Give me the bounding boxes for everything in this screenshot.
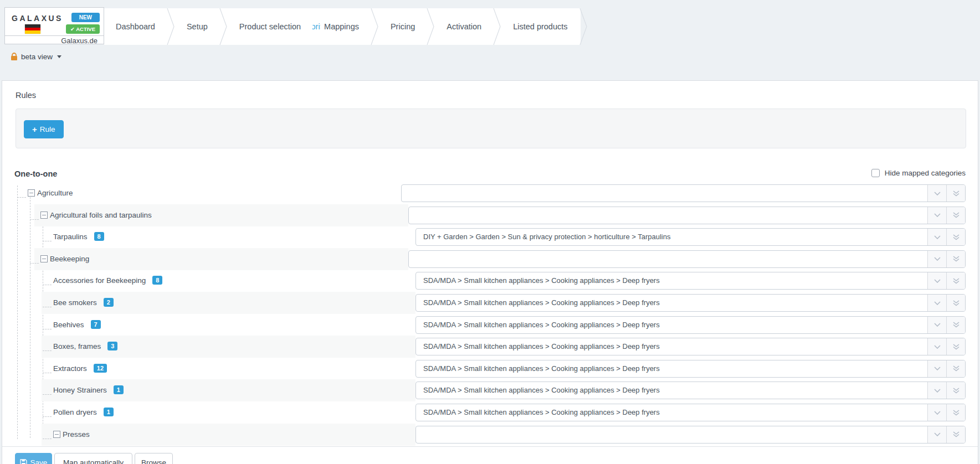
mapping-value-input[interactable] (402, 185, 927, 202)
dropdown-button[interactable] (927, 295, 946, 311)
expand-tree-button[interactable] (946, 207, 965, 224)
dropdown-button[interactable] (927, 317, 946, 333)
mapping-value-input[interactable] (416, 426, 927, 443)
collapse-icon[interactable] (40, 255, 48, 262)
tree-connector (43, 350, 52, 351)
product-count-badge: 12 (94, 364, 107, 373)
dropdown-button[interactable] (927, 229, 946, 245)
collapse-icon[interactable] (53, 431, 60, 438)
tab-separator-chevron (219, 8, 228, 45)
row-stripe (42, 424, 415, 446)
tab-dashboard[interactable]: Dashboard (104, 8, 167, 45)
mapping-value-input[interactable]: SDA/MDA > Small kitchen appliances > Coo… (416, 404, 927, 421)
channel-domain: Galaxus.de (5, 36, 104, 44)
product-count-badge: 1 (114, 385, 124, 394)
expand-tree-button[interactable] (946, 338, 965, 355)
add-rule-button[interactable]: + Rule (24, 120, 64, 138)
expand-tree-button[interactable] (946, 317, 965, 333)
mapping-value-input[interactable] (409, 207, 927, 224)
dropdown-button[interactable] (927, 426, 946, 443)
mapping-value-input[interactable]: SDA/MDA > Small kitchen appliances > Coo… (416, 272, 927, 289)
collapse-icon[interactable] (28, 189, 35, 197)
tab-listed-products[interactable]: Listed products (501, 8, 579, 45)
category-label: Pollen dryers1 (53, 401, 114, 424)
collapse-icon[interactable] (40, 212, 48, 219)
expand-tree-button[interactable] (946, 404, 965, 421)
hide-mapped-checkbox[interactable] (871, 169, 880, 177)
beta-view-toggle[interactable]: beta view (11, 53, 61, 61)
category-mapping-row: Beehives7 SDA/MDA > Small kitchen applia… (2, 314, 978, 336)
mapping-combobox: SDA/MDA > Small kitchen appliances > Coo… (415, 381, 966, 399)
dropdown-button[interactable] (927, 338, 946, 355)
tab-separator-chevron (167, 8, 175, 45)
mapping-value-input[interactable]: SDA/MDA > Small kitchen appliances > Coo… (416, 382, 927, 399)
tab-separator-chevron (371, 8, 379, 45)
save-icon (20, 459, 27, 464)
double-chevron-down-icon (953, 190, 960, 197)
mapping-value-input[interactable]: SDA/MDA > Small kitchen appliances > Coo… (416, 295, 927, 311)
dropdown-button[interactable] (927, 185, 946, 202)
dropdown-button[interactable] (927, 382, 946, 399)
chevron-down-icon (934, 389, 941, 393)
expand-tree-button[interactable] (946, 229, 965, 245)
mapping-value-input[interactable]: SDA/MDA > Small kitchen appliances > Coo… (416, 360, 927, 377)
category-mapping-row: Tarpaulins8 DIY + Garden > Garden > Sun … (2, 226, 978, 248)
expand-tree-button[interactable] (946, 272, 965, 289)
map-automatically-button[interactable]: Map automatically (54, 453, 132, 464)
expand-tree-button[interactable] (946, 382, 965, 399)
expand-tree-button[interactable] (946, 251, 965, 267)
category-mapping-row: Agricultural foils and tarpaulins (2, 204, 978, 226)
category-label: Presses (63, 424, 90, 446)
tab-pricing[interactable]: Pricing (379, 8, 427, 45)
beta-view-label: beta view (21, 53, 53, 61)
category-label: Boxes, frames3 (53, 336, 117, 358)
mapping-value-input[interactable]: SDA/MDA > Small kitchen appliances > Coo… (416, 317, 927, 333)
new-badge: NEW (71, 13, 100, 22)
double-chevron-down-icon (953, 410, 960, 416)
tab-product-selection[interactable]: Product selection (228, 8, 312, 45)
mapping-combobox (401, 184, 966, 202)
double-chevron-down-icon (953, 300, 960, 306)
rules-panel: + Rule (16, 109, 966, 148)
category-tree: Agriculture Agricultural foils and tarpa… (2, 182, 978, 447)
dropdown-button[interactable] (927, 207, 946, 224)
expand-tree-button[interactable] (946, 360, 965, 377)
chevron-down-icon (934, 301, 941, 305)
expand-tree-button[interactable] (946, 426, 965, 443)
categorization-panel: Rules + Rule One-to-one Hide mapped cate… (2, 80, 978, 464)
caret-down-icon (57, 55, 61, 58)
save-button[interactable]: Save (15, 453, 52, 464)
category-label: Beehives7 (53, 314, 101, 336)
tab-activation[interactable]: Activation (435, 8, 493, 45)
mapping-combobox: DIY + Garden > Garden > Sun & privacy pr… (415, 228, 966, 246)
product-count-badge: 3 (107, 342, 117, 350)
dropdown-button[interactable] (927, 272, 946, 289)
dropdown-button[interactable] (927, 404, 946, 421)
tab-setup[interactable]: Setup (175, 8, 219, 45)
double-chevron-down-icon (953, 234, 960, 240)
chevron-down-icon (934, 367, 941, 370)
category-label: Accessories for Beekeeping8 (53, 270, 162, 292)
category-mapping-row: Pollen dryers1 SDA/MDA > Small kitchen a… (2, 401, 978, 424)
product-count-badge: 1 (104, 408, 114, 416)
expand-tree-button[interactable] (946, 185, 965, 202)
mapping-value-input[interactable]: DIY + Garden > Garden > Sun & privacy pr… (416, 229, 927, 245)
dropdown-button[interactable] (927, 360, 946, 377)
expand-tree-button[interactable] (946, 295, 965, 311)
double-chevron-down-icon (953, 256, 960, 262)
mapping-value-input[interactable]: SDA/MDA > Small kitchen appliances > Coo… (416, 338, 927, 355)
category-mapping-row: Accessories for Beekeeping8 SDA/MDA > Sm… (2, 270, 978, 292)
tree-connector (43, 241, 52, 241)
category-mapping-row: Extractors12 SDA/MDA > Small kitchen app… (2, 358, 978, 380)
tree-connector (43, 285, 52, 285)
dropdown-button[interactable] (927, 251, 946, 267)
channel-logo-box: GALAXUS NEW ✔ ACTIVE Galaxus.de (4, 7, 104, 44)
mapping-value-input[interactable] (409, 251, 927, 267)
category-label: Beekeeping (50, 248, 89, 270)
double-chevron-down-icon (953, 344, 960, 350)
category-label: Bee smokers2 (53, 292, 114, 314)
double-chevron-down-icon (953, 388, 960, 394)
tree-connector (30, 219, 39, 220)
category-label: Tarpaulins8 (53, 226, 104, 248)
browse-button[interactable]: Browse (135, 453, 173, 464)
